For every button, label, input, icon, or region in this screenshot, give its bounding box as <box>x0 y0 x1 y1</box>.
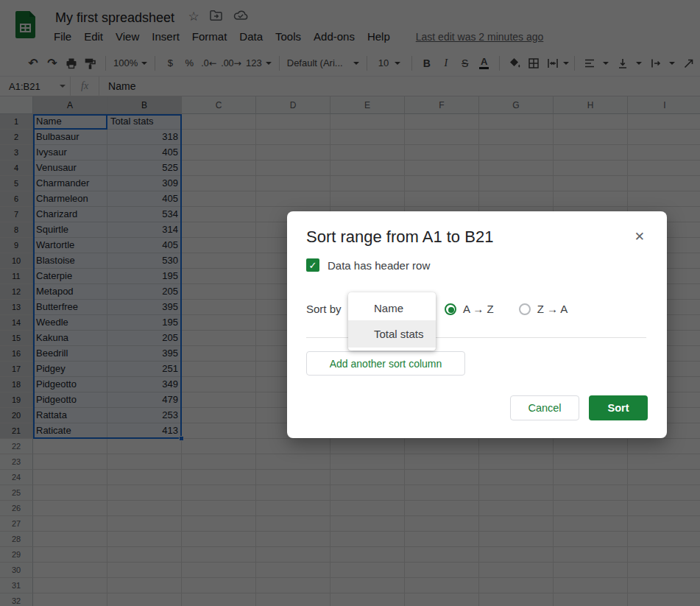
radio-ascending-label[interactable]: A → Z <box>463 303 494 315</box>
add-sort-column-button[interactable]: Add another sort column <box>306 351 465 376</box>
dialog-title: Sort range from A1 to B21 <box>306 228 493 247</box>
sort-column-dropdown-menu: Name Total stats <box>348 292 436 350</box>
radio-descending[interactable] <box>519 303 531 315</box>
header-row-checkbox-label[interactable]: Data has header row <box>328 259 430 272</box>
google-sheets-window: My first spreadsheet ☆ File <box>0 0 700 606</box>
cancel-button[interactable]: Cancel <box>510 395 579 420</box>
sort-button[interactable]: Sort <box>589 395 648 420</box>
close-icon[interactable]: ✕ <box>634 229 645 244</box>
radio-descending-label[interactable]: Z → A <box>537 303 568 315</box>
radio-ascending[interactable] <box>445 303 456 315</box>
sort-by-label: Sort by <box>306 303 342 315</box>
sort-order-radios: A → Z Z → A <box>445 303 568 315</box>
dropdown-option-total-stats[interactable]: Total stats <box>348 320 436 348</box>
dropdown-option-name[interactable]: Name <box>348 297 436 320</box>
sort-range-dialog: Sort range from A1 to B21 ✕ ✓ Data has h… <box>287 211 667 438</box>
header-row-checkbox-row: ✓ Data has header row <box>306 258 430 272</box>
checkmark-icon: ✓ <box>309 261 317 270</box>
header-row-checkbox[interactable]: ✓ <box>306 258 319 272</box>
